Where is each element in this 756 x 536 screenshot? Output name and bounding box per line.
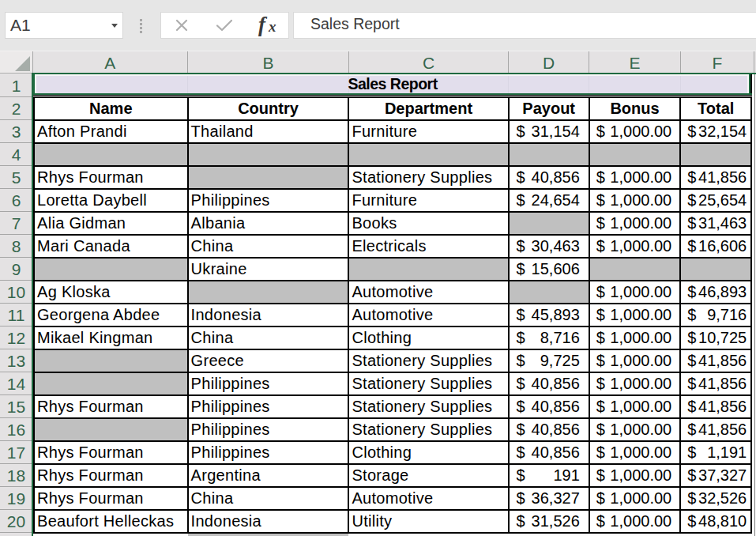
svg-text:x: x — [268, 18, 276, 35]
svg-text:f: f — [258, 13, 268, 36]
